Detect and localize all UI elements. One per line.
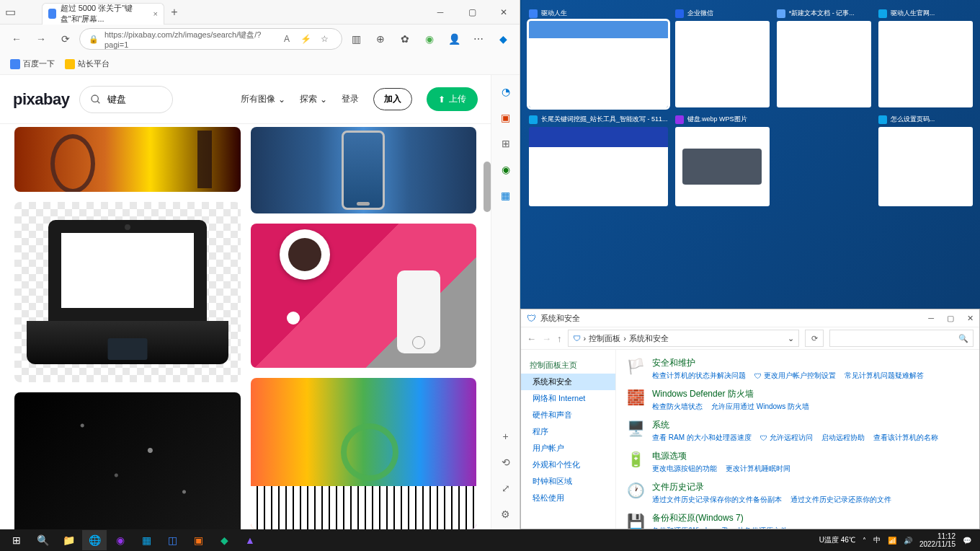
category-link[interactable]: 启动远程协助 [821, 433, 865, 443]
taskview-window[interactable]: 键盘.webp WPS图片 [675, 115, 770, 206]
sidebar-item-programs[interactable]: 程序 [521, 423, 615, 440]
app-icon[interactable]: ▣ [186, 530, 210, 550]
sidebar-search-icon[interactable]: ◔ [498, 84, 514, 100]
copilot-icon[interactable]: ◆ [492, 28, 514, 50]
sidebar-history-icon[interactable]: ⟲ [498, 454, 514, 470]
category-link[interactable]: 更改计算机睡眠时间 [726, 464, 790, 474]
tray-overflow-icon[interactable]: ˄ [863, 537, 866, 545]
weather-widget[interactable]: U温度 46℃ [819, 535, 855, 545]
sidebar-expand-icon[interactable]: ⤢ [498, 480, 514, 496]
sidebar-add-icon[interactable]: + [498, 428, 514, 444]
taskview-window[interactable]: 驱动人生 [529, 9, 668, 107]
explore-dropdown[interactable]: 探索⌄ [300, 93, 327, 105]
forward-button[interactable]: → [542, 333, 551, 344]
category-link[interactable]: 允许应用通过 Windows 防火墙 [711, 402, 809, 412]
filter-dropdown[interactable]: 所有图像⌄ [241, 93, 285, 105]
minimize-button[interactable]: ─ [928, 314, 934, 323]
sidebar-games-icon[interactable]: ◉ [498, 162, 514, 177]
join-button[interactable]: 加入 [373, 88, 412, 110]
search-button[interactable]: 🔍 [30, 530, 55, 550]
taskview-window[interactable]: 企业微信 [675, 9, 770, 107]
app-icon[interactable]: ◉ [108, 530, 133, 550]
refresh-button[interactable]: ⟳ [805, 330, 824, 347]
image-result[interactable] [14, 202, 241, 382]
up-button[interactable]: ↑ [557, 333, 562, 344]
sidebar-item-clock[interactable]: 时钟和区域 [521, 473, 615, 490]
notifications-icon[interactable]: 💬 [963, 537, 971, 545]
app-icon[interactable]: ◆ [212, 530, 236, 550]
volume-icon[interactable]: 🔊 [904, 537, 912, 545]
sidebar-settings-icon[interactable]: ⚙ [498, 506, 514, 522]
sidebar-item-security[interactable]: 系统和安全 [521, 374, 615, 390]
menu-icon[interactable]: ⋯ [468, 28, 489, 50]
collections-icon[interactable]: ⊕ [370, 28, 391, 50]
reader-icon[interactable]: A [278, 30, 295, 48]
edge-icon[interactable]: 🌐 [82, 530, 107, 550]
refresh-button[interactable]: ⟳ [55, 28, 76, 50]
taskview-window[interactable]: *新建文本文档 - 记事... [777, 9, 871, 107]
search-box[interactable] [79, 86, 173, 113]
minimize-button[interactable]: ─ [424, 0, 456, 25]
scrollbar[interactable] [484, 162, 491, 212]
category-link[interactable]: 🛡更改用户帐户控制设置 [754, 371, 836, 381]
image-result[interactable] [251, 378, 477, 529]
extensions-icon[interactable]: ✿ [394, 28, 416, 50]
image-result[interactable] [14, 127, 241, 192]
clock[interactable]: 11:12 2022/11/15 [919, 532, 956, 548]
category-link[interactable]: 通过文件历史记录保存你的文件备份副本 [652, 495, 782, 505]
sidebar-tools-icon[interactable]: ⊞ [498, 136, 514, 151]
app-icon[interactable]: ◫ [160, 530, 184, 550]
category-title[interactable]: Windows Defender 防火墙 [652, 388, 809, 400]
wifi-icon[interactable]: 📶 [888, 537, 896, 545]
app-icon[interactable]: ▲ [238, 530, 262, 550]
taskview-window[interactable]: 怎么设置页码... [878, 115, 973, 206]
bookmark-item[interactable]: 百度一下 [10, 58, 55, 69]
category-title[interactable]: 安全和维护 [652, 357, 924, 369]
category-title[interactable]: 电源选项 [652, 450, 790, 462]
maximize-button[interactable]: ▢ [947, 314, 954, 323]
category-link[interactable]: 从备份还原文件 [737, 526, 788, 529]
category-link[interactable]: 检查计算机的状态并解决问题 [652, 371, 746, 381]
taskview-window[interactable]: 驱动人生官网... [878, 9, 973, 107]
category-link[interactable]: 更改电源按钮的功能 [652, 464, 717, 474]
category-title[interactable]: 备份和还原(Windows 7) [652, 512, 788, 524]
search-input[interactable] [107, 94, 158, 105]
input-icon[interactable]: 中 [873, 535, 881, 545]
app-menu-icon[interactable]: ▭ [0, 5, 20, 19]
maximize-button[interactable]: ▢ [456, 0, 488, 25]
sidebar-office-icon[interactable]: ▦ [498, 188, 514, 203]
category-title[interactable]: 文件历史记录 [652, 481, 891, 493]
image-result[interactable] [14, 392, 241, 529]
profile-icon[interactable]: 👤 [443, 28, 465, 50]
app-icon[interactable]: ▦ [134, 530, 159, 550]
login-link[interactable]: 登录 [342, 93, 359, 105]
image-result[interactable] [251, 127, 477, 213]
browser-tab[interactable]: 超过 5000 张关于"键盘"和"屏幕... × [42, 3, 164, 25]
pixabay-logo[interactable]: pixabay [13, 90, 69, 109]
sidebar-item-ease[interactable]: 轻松使用 [521, 490, 615, 506]
taskview-window[interactable]: 长尾关键词挖掘_站长工具_智能改写 - 511... [529, 115, 668, 206]
category-link[interactable]: 检查防火墙状态 [652, 402, 703, 412]
sidebar-item-hardware[interactable]: 硬件和声音 [521, 407, 615, 423]
category-link[interactable]: 🛡允许远程访问 [760, 433, 813, 443]
sidebar-item-appearance[interactable]: 外观和个性化 [521, 457, 615, 473]
category-link[interactable]: 常见计算机问题疑难解答 [845, 371, 924, 381]
category-link[interactable]: 备份和还原(Windows 7) [652, 526, 729, 529]
category-link[interactable]: 通过文件历史记录还原你的文件 [790, 495, 891, 505]
sidebar-item-network[interactable]: 网络和 Internet [521, 390, 615, 407]
category-link[interactable]: 查看 RAM 的大小和处理器速度 [652, 433, 752, 443]
extension2-icon[interactable]: ◉ [419, 28, 440, 50]
sidebar-item-users[interactable]: 用户帐户 [521, 440, 615, 457]
extension1-icon[interactable]: ▥ [345, 28, 367, 50]
back-button[interactable]: ← [527, 333, 536, 344]
image-result[interactable] [251, 224, 477, 368]
start-button[interactable]: ⊞ [4, 530, 29, 550]
category-link[interactable]: 查看该计算机的名称 [873, 433, 938, 443]
chevron-down-icon[interactable]: ⌄ [788, 334, 794, 343]
explorer-icon[interactable]: 📁 [56, 530, 81, 550]
sidebar-shop-icon[interactable]: ▣ [498, 110, 514, 125]
close-button[interactable]: ✕ [967, 314, 974, 323]
category-title[interactable]: 系统 [652, 419, 938, 431]
sidebar-header[interactable]: 控制面板主页 [521, 357, 615, 374]
address-bar[interactable]: 🔒 https://pixabay.com/zh/images/search/键… [79, 28, 342, 50]
